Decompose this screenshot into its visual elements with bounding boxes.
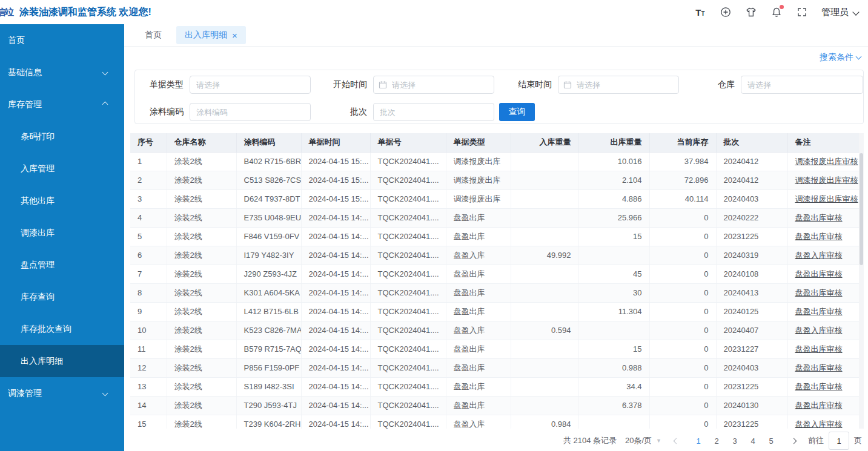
cell-warehouse: 涂装2线 bbox=[167, 227, 236, 246]
cell-current-stock: 0 bbox=[649, 396, 716, 415]
remark-link[interactable]: 盘盈出库审核 bbox=[795, 363, 843, 372]
page-size-select[interactable]: 20条/页 ▼ bbox=[625, 435, 661, 446]
cell-out-weight: 25.966 bbox=[578, 208, 649, 227]
table-row: 10涂装2线K523 C826-7MA2024-04-15 14:...TQCK… bbox=[130, 321, 859, 340]
remark-link[interactable]: 调漆报废出库审核 bbox=[795, 194, 858, 203]
cell-doc-time: 2024-04-15 14:... bbox=[301, 377, 370, 396]
cell-seq: 3 bbox=[130, 189, 167, 208]
remark-link[interactable]: 盘盈出库审核 bbox=[795, 344, 843, 354]
end-time-input[interactable] bbox=[558, 76, 679, 94]
next-page-button[interactable] bbox=[787, 439, 800, 443]
tab-home[interactable]: 首页 bbox=[136, 26, 170, 44]
table-row: 11涂装2线B579 R715-7AQ2024-04-15 14:...TQCK… bbox=[130, 340, 859, 358]
page-number-3[interactable]: 3 bbox=[727, 434, 743, 448]
tab-label: 出入库明细 bbox=[185, 30, 227, 41]
goto-page-input[interactable] bbox=[829, 432, 849, 450]
remark-link[interactable]: 盘盈出库审核 bbox=[795, 401, 843, 410]
table-row: 1涂装2线B402 R715-6BR2024-04-15 15:...TQCK2… bbox=[130, 152, 859, 171]
warehouse-select[interactable] bbox=[741, 76, 863, 94]
cell-out-weight bbox=[578, 415, 649, 429]
remark-link[interactable]: 盘盈入库审核 bbox=[795, 326, 843, 335]
cell-doc-type: 盘盈出库 bbox=[446, 396, 511, 415]
tab-inout-detail[interactable]: 出入库明细× bbox=[176, 26, 246, 44]
sidebar-item-inventory-mgmt[interactable]: 库存管理 bbox=[0, 88, 124, 120]
cell-paint-code: T290 J593-4TJ bbox=[236, 396, 301, 415]
sidebar-item-paint-outbound[interactable]: 调漆出库 bbox=[0, 217, 124, 249]
vertical-scrollbar[interactable] bbox=[859, 133, 864, 429]
batch-input[interactable] bbox=[373, 103, 494, 121]
cell-seq: 11 bbox=[130, 340, 167, 358]
page-suffix-label: 页 bbox=[854, 435, 862, 446]
remark-link[interactable]: 调漆报废出库审核 bbox=[795, 157, 858, 166]
tab-bar: 首页出入库明细× bbox=[124, 24, 868, 47]
remark-link[interactable]: 盘盈入库审核 bbox=[795, 251, 843, 260]
remark-link[interactable]: 调漆报废出库审核 bbox=[795, 176, 858, 185]
remark-link[interactable]: 盘盈出库审核 bbox=[795, 269, 843, 278]
cell-remark: 盘盈出库审核 bbox=[787, 396, 859, 415]
page-size-label: 20条/页 bbox=[625, 435, 652, 446]
page-number-2[interactable]: 2 bbox=[709, 434, 724, 448]
sidebar-item-paint-mgmt[interactable]: 调漆管理 bbox=[0, 377, 124, 409]
sidebar-item-stocktake-mgmt[interactable]: 盘点管理 bbox=[0, 249, 124, 281]
chevron-right-icon bbox=[790, 438, 797, 444]
cell-remark: 盘盈出库审核 bbox=[787, 227, 859, 246]
cell-doc-time: 2024-04-15 14:... bbox=[301, 302, 370, 321]
cell-seq: 10 bbox=[130, 321, 167, 340]
cell-in-weight: 49.992 bbox=[511, 246, 578, 265]
cell-doc-type: 盘盈入库 bbox=[446, 246, 511, 265]
cell-doc-no: TQCK2024041.... bbox=[370, 415, 446, 429]
remark-link[interactable]: 盘盈出库审核 bbox=[795, 232, 843, 241]
cell-remark: 调漆报废出库审核 bbox=[787, 189, 859, 208]
cell-remark: 盘盈入库审核 bbox=[787, 415, 859, 429]
sidebar-item-inout-detail[interactable]: 出入库明细 bbox=[0, 345, 124, 377]
table-row: 6涂装2线I179 Y482-3IY2024-04-15 14:...TQCK2… bbox=[130, 246, 859, 265]
fullscreen-icon[interactable] bbox=[796, 6, 808, 18]
page-number-4[interactable]: 4 bbox=[745, 434, 761, 448]
page-number-5[interactable]: 5 bbox=[763, 434, 779, 448]
remark-link[interactable]: 盘盈出库审核 bbox=[795, 288, 843, 297]
search-conditions-toggle[interactable]: 搜索条件 bbox=[820, 52, 861, 63]
remark-link[interactable]: 盘盈出库审核 bbox=[795, 307, 843, 316]
remark-link[interactable]: 盘盈入库审核 bbox=[795, 420, 843, 429]
sidebar-item-home[interactable]: 首页 bbox=[0, 24, 124, 56]
cell-paint-code: B579 R715-7AQ bbox=[236, 340, 301, 358]
plus-circle-icon[interactable] bbox=[720, 6, 732, 18]
start-time-input[interactable] bbox=[373, 76, 494, 94]
scrollbar-thumb[interactable] bbox=[860, 153, 863, 265]
sidebar-item-inventory-batch-query[interactable]: 库存批次查询 bbox=[0, 313, 124, 345]
doc-type-select[interactable] bbox=[190, 76, 311, 94]
cell-remark: 调漆报废出库审核 bbox=[787, 171, 859, 189]
cell-warehouse: 涂装2线 bbox=[167, 265, 236, 283]
cell-doc-no: TQCK2024041.... bbox=[370, 208, 446, 227]
cell-current-stock: 0 bbox=[649, 208, 716, 227]
sidebar-item-basic-info[interactable]: 基础信息 bbox=[0, 56, 124, 88]
page-number-1[interactable]: 1 bbox=[691, 434, 706, 448]
column-header-batch: 批次 bbox=[716, 133, 787, 152]
notification-bell-icon[interactable] bbox=[770, 6, 783, 18]
cell-paint-code: P856 F159-0PF bbox=[236, 358, 301, 377]
table-row: 5涂装2线F846 V159-0FV2024-04-15 14:...TQCK2… bbox=[130, 227, 859, 246]
sidebar-item-other-outbound[interactable]: 其他出库 bbox=[0, 185, 124, 217]
sidebar-item-inbound-mgmt[interactable]: 入库管理 bbox=[0, 153, 124, 185]
prev-page-button[interactable] bbox=[670, 439, 682, 443]
sidebar-item-barcode-print[interactable]: 条码打印 bbox=[0, 120, 124, 153]
cell-doc-time: 2024-04-15 14:... bbox=[301, 358, 370, 377]
cell-doc-type: 盘盈出库 bbox=[446, 227, 511, 246]
column-header-doc-type: 单据类型 bbox=[446, 133, 511, 152]
main-content: 首页出入库明细× 搜索条件 单据类型 开始时间 结束时间 仓库 bbox=[124, 24, 868, 451]
user-menu[interactable]: 管理员 bbox=[821, 7, 858, 18]
theme-shirt-icon[interactable] bbox=[745, 6, 757, 18]
cell-batch: 20240412 bbox=[716, 171, 787, 189]
remark-link[interactable]: 盘盈出库审核 bbox=[795, 382, 843, 391]
close-tab-icon[interactable]: × bbox=[232, 31, 237, 40]
query-button[interactable]: 查询 bbox=[499, 103, 535, 121]
remark-link[interactable]: 盘盈出库审核 bbox=[795, 213, 843, 222]
goto-label: 前往 bbox=[808, 435, 824, 446]
font-size-icon[interactable]: TT bbox=[694, 6, 706, 18]
sidebar-item-inventory-query[interactable]: 库存查询 bbox=[0, 281, 124, 313]
cell-in-weight: 0.984 bbox=[511, 415, 578, 429]
cell-current-stock: 0 bbox=[649, 415, 716, 429]
cell-current-stock: 72.896 bbox=[649, 171, 716, 189]
end-time-label: 结束时间 bbox=[514, 79, 552, 90]
paint-code-input[interactable] bbox=[190, 103, 311, 121]
